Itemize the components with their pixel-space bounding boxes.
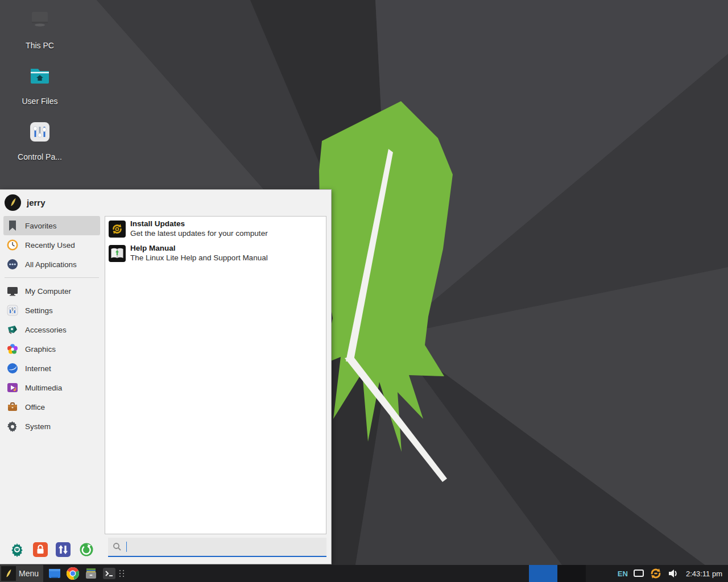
terminal-launcher[interactable] bbox=[102, 567, 116, 580]
username: jerry bbox=[27, 198, 46, 207]
app-item-subtitle: The Linux Lite Help and Support Manual bbox=[130, 253, 268, 263]
briefcase-icon bbox=[7, 401, 18, 413]
workspace-1[interactable] bbox=[529, 565, 557, 582]
desktop: This PCUser FilesControl Pa... jerry Fav… bbox=[0, 0, 728, 582]
sliders-icon bbox=[7, 305, 18, 316]
gear-icon bbox=[7, 421, 18, 432]
sidebar-item-label: Accessories bbox=[25, 326, 67, 334]
app-item-help-manual[interactable]: Help ManualThe Linux Lite Help and Suppo… bbox=[105, 241, 326, 265]
menu-button-label: Menu bbox=[19, 569, 39, 578]
help-manual-icon bbox=[109, 245, 126, 262]
sidebar-item-my-computer[interactable]: My Computer bbox=[3, 281, 100, 301]
switch-user-icon bbox=[56, 542, 71, 557]
user-avatar[interactable] bbox=[5, 194, 21, 211]
file-manager-launcher[interactable] bbox=[48, 567, 61, 580]
keyboard-layout-indicator[interactable]: EN bbox=[618, 569, 628, 578]
lock-screen-button[interactable] bbox=[32, 542, 48, 558]
taskbar: Menu EN bbox=[0, 565, 728, 582]
logout-icon bbox=[79, 542, 94, 557]
settings-manager-icon bbox=[10, 542, 24, 557]
sidebar-separator bbox=[5, 277, 99, 278]
archive-manager-launcher[interactable] bbox=[84, 567, 98, 580]
text-caret bbox=[126, 542, 127, 552]
lock-icon bbox=[33, 542, 48, 557]
menu-app-list: Install UpdatesGet the latest updates fo… bbox=[105, 216, 326, 534]
utility-knife-icon bbox=[7, 324, 18, 335]
computer-icon bbox=[27, 8, 52, 33]
desktop-icon-label: User Files bbox=[22, 97, 57, 106]
feather-avatar-icon bbox=[8, 197, 18, 207]
desktop-icon-label: This PC bbox=[26, 41, 54, 50]
app-item-install-updates[interactable]: Install UpdatesGet the latest updates fo… bbox=[105, 217, 326, 241]
sidebar-item-favorites[interactable]: Favorites bbox=[3, 216, 100, 235]
menu-sidebar: FavoritesRecently UsedAll ApplicationsMy… bbox=[0, 215, 104, 535]
volume-icon[interactable] bbox=[667, 568, 679, 579]
log-out-button[interactable] bbox=[78, 542, 94, 558]
sidebar-item-label: Graphics bbox=[25, 345, 56, 354]
sidebar-item-label: Multimedia bbox=[25, 384, 62, 392]
desktop-icons: This PCUser FilesControl Pa... bbox=[10, 8, 73, 161]
clock-icon bbox=[7, 239, 18, 251]
desktop-icon-control-pa-[interactable]: Control Pa... bbox=[10, 119, 69, 161]
sidebar-item-label: All Applications bbox=[25, 260, 77, 269]
file-cabinet-icon bbox=[84, 567, 98, 580]
sidebar-item-label: Recently Used bbox=[25, 241, 75, 250]
menu-header: jerry bbox=[0, 190, 331, 215]
desktop-icon-user-files[interactable]: User Files bbox=[10, 64, 69, 106]
file-manager-icon bbox=[48, 567, 61, 580]
install-updates-icon bbox=[109, 221, 126, 238]
app-item-title: Help Manual bbox=[130, 244, 268, 253]
sidebar-item-recently-used[interactable]: Recently Used bbox=[3, 235, 100, 255]
web-browser-launcher[interactable] bbox=[66, 567, 80, 580]
sidebar-item-graphics[interactable]: Graphics bbox=[3, 339, 100, 359]
menu-button[interactable]: Menu bbox=[0, 565, 43, 582]
sidebar-item-office[interactable]: Office bbox=[3, 397, 100, 417]
bookmark-icon bbox=[7, 220, 18, 231]
system-tray: EN 2:43:11 bbox=[586, 567, 728, 580]
workspace-2[interactable] bbox=[557, 565, 586, 582]
sidebar-item-label: Settings bbox=[25, 306, 53, 315]
panel-grip-icon bbox=[119, 570, 125, 577]
display-icon[interactable] bbox=[633, 568, 644, 579]
terminal-icon bbox=[102, 567, 116, 580]
sidebar-item-label: Favorites bbox=[25, 222, 57, 230]
settings-manager-button[interactable] bbox=[9, 542, 25, 558]
app-item-title: Install Updates bbox=[130, 219, 268, 229]
clock[interactable]: 2:43:11 pm bbox=[686, 569, 722, 578]
desktop-icon-label: Control Pa... bbox=[18, 152, 62, 161]
sidebar-item-all-applications[interactable]: All Applications bbox=[3, 255, 100, 274]
whisker-menu: jerry FavoritesRecently UsedAll Applicat… bbox=[0, 189, 332, 564]
menu-body: FavoritesRecently UsedAll ApplicationsMy… bbox=[0, 215, 331, 535]
sidebar-item-label: System bbox=[25, 422, 51, 431]
sidebar-item-label: My Computer bbox=[25, 287, 71, 296]
desktop-icon-this-pc[interactable]: This PC bbox=[10, 8, 69, 50]
globe-icon bbox=[7, 363, 18, 374]
switch-user-button[interactable] bbox=[55, 542, 71, 558]
sidebar-item-multimedia[interactable]: Multimedia bbox=[3, 378, 100, 397]
sidebar-item-settings[interactable]: Settings bbox=[3, 301, 100, 320]
media-play-icon bbox=[7, 382, 18, 393]
chrome-icon bbox=[66, 567, 80, 580]
color-wheel-icon bbox=[7, 343, 18, 355]
sidebar-item-internet[interactable]: Internet bbox=[3, 359, 100, 378]
updates-available-icon[interactable] bbox=[650, 567, 662, 580]
sidebar-item-label: Office bbox=[25, 403, 45, 411]
sidebar-item-accessories[interactable]: Accessories bbox=[3, 320, 100, 339]
menu-footer bbox=[0, 535, 331, 564]
sidebar-item-label: Internet bbox=[25, 364, 51, 373]
control-panel-icon bbox=[27, 119, 52, 144]
workspace-switcher bbox=[529, 565, 586, 582]
home-folder-icon bbox=[27, 64, 52, 89]
linux-lite-feather-icon bbox=[1, 566, 16, 581]
taskbar-launchers bbox=[48, 567, 116, 580]
sidebar-item-system[interactable]: System bbox=[3, 417, 100, 436]
all-apps-icon bbox=[7, 259, 18, 270]
app-item-subtitle: Get the latest updates for your computer bbox=[130, 229, 268, 239]
monitor-icon bbox=[7, 285, 18, 297]
search-icon bbox=[113, 542, 122, 551]
menu-action-buttons bbox=[0, 542, 104, 558]
search-input[interactable] bbox=[108, 538, 326, 557]
